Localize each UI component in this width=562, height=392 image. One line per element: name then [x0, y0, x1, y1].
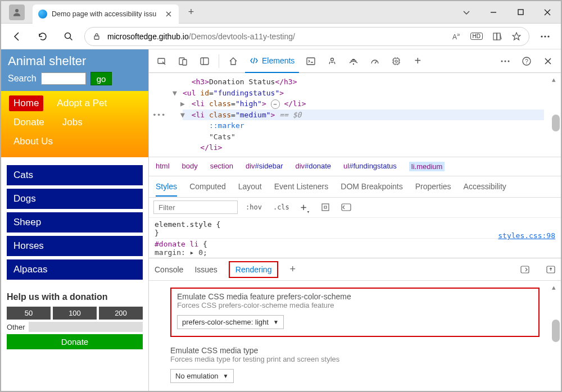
nav-about[interactable]: About Us [9, 134, 57, 149]
page-title: Animal shelter [8, 54, 142, 69]
chevron-down-icon[interactable] [453, 1, 480, 24]
crumb[interactable]: section [210, 162, 233, 171]
close-tab-button[interactable] [164, 10, 173, 19]
profile-button[interactable] [9, 4, 25, 20]
person-icon [12, 7, 22, 17]
crumb[interactable]: body [182, 162, 198, 171]
read-aloud-icon[interactable]: A» [452, 31, 460, 41]
code-icon [250, 56, 259, 65]
animal-list: Cats Dogs Sheep Horses Alpacas [1, 157, 148, 288]
dock-icon[interactable] [520, 266, 529, 274]
list-item[interactable]: Dogs [7, 189, 143, 209]
list-item[interactable]: Alpacas [7, 259, 143, 280]
crumb[interactable]: div#donate [295, 162, 331, 171]
memory-icon[interactable] [387, 52, 406, 71]
elements-tab[interactable]: Elements [245, 49, 299, 73]
expand-drawer-icon[interactable] [546, 266, 555, 274]
nav-home[interactable]: Home [9, 95, 43, 111]
close-devtools-button[interactable] [538, 52, 558, 71]
panel-icon[interactable] [195, 52, 214, 71]
main-nav: Home Adopt a Pet Donate Jobs About Us [1, 91, 148, 157]
tab-issues[interactable]: Issues [194, 265, 217, 274]
hov-button[interactable]: :hov [242, 202, 265, 212]
tab-properties[interactable]: Properties [415, 182, 451, 191]
cls-button[interactable]: .cls [270, 202, 293, 212]
hd-icon[interactable]: HD [470, 33, 483, 40]
tab-accessibility[interactable]: Accessibility [464, 182, 506, 191]
crumb[interactable]: ul#fundingstatus [343, 162, 397, 171]
inspect-icon[interactable] [152, 52, 171, 71]
drawer-more-tabs[interactable]: + [289, 263, 296, 275]
go-button[interactable]: go [90, 72, 112, 85]
tab-title: Demo page with accessibility issu [52, 10, 160, 18]
network-icon[interactable] [344, 52, 363, 71]
amount-option[interactable]: 50 [7, 307, 51, 320]
close-window-button[interactable] [534, 1, 561, 24]
welcome-icon[interactable] [224, 52, 243, 71]
maximize-button[interactable] [507, 1, 534, 24]
address-bar[interactable]: microsoftedge.github.io/Demos/devtools-a… [84, 27, 529, 46]
svg-point-19 [505, 60, 506, 62]
back-button[interactable] [7, 26, 27, 47]
search-button[interactable] [58, 26, 79, 47]
other-amount-input[interactable] [29, 322, 143, 332]
crumb[interactable]: html [156, 162, 170, 171]
crumb-active[interactable]: li.medium [409, 162, 445, 171]
help-icon[interactable]: ? [517, 52, 536, 71]
favorite-icon[interactable] [512, 32, 521, 41]
dom-scrollbar[interactable]: ▴ [552, 75, 560, 154]
styles-body[interactable]: element.style { } #donate li { margin: ▸… [149, 218, 561, 258]
svg-rect-23 [322, 204, 329, 211]
titlebar: Demo page with accessibility issu + [1, 1, 561, 24]
nav-jobs[interactable]: Jobs [58, 115, 87, 130]
styles-filter-input[interactable] [153, 200, 238, 214]
rendering-panel: Emulate CSS media feature prefers-color-… [149, 281, 561, 391]
sources-icon[interactable] [323, 52, 342, 71]
source-link[interactable]: styles.css:98 [498, 231, 555, 240]
dom-tree[interactable]: <h3>Donation Status</h3> ▼<ul id="fundin… [149, 73, 561, 157]
reading-list-icon[interactable] [493, 32, 502, 41]
computed-toggle-icon[interactable] [338, 202, 355, 212]
more-button[interactable] [535, 26, 555, 47]
lock-icon [93, 33, 101, 40]
console-icon[interactable] [301, 52, 320, 71]
drawer: Console Issues Rendering + Emulate CSS m… [149, 258, 561, 391]
svg-rect-16 [393, 58, 399, 64]
list-item[interactable]: Cats [7, 165, 143, 185]
search-input[interactable] [41, 72, 86, 85]
list-item[interactable]: Sheep [7, 212, 143, 233]
more-tabs-button[interactable]: + [408, 52, 427, 71]
crumb[interactable]: div#sidebar [246, 162, 283, 171]
minimize-button[interactable] [480, 1, 507, 24]
flexbox-icon[interactable] [318, 202, 333, 213]
browser-tab[interactable]: Demo page with accessibility issu [33, 4, 179, 24]
svg-rect-3 [94, 36, 99, 39]
new-tab-button[interactable]: + [182, 3, 200, 21]
svg-rect-25 [521, 266, 529, 273]
performance-icon[interactable] [365, 52, 384, 71]
device-toggle-icon[interactable] [174, 52, 193, 71]
svg-point-14 [331, 58, 334, 61]
svg-rect-13 [307, 58, 315, 65]
donate-button[interactable]: Donate [7, 334, 143, 349]
browser-toolbar: microsoftedge.github.io/Demos/devtools-a… [1, 24, 561, 49]
tab-dom-breakpoints[interactable]: DOM Breakpoints [341, 182, 402, 191]
new-style-button[interactable]: +▾ [297, 200, 313, 216]
prefers-color-scheme-section: Emulate CSS media feature prefers-color-… [170, 288, 540, 337]
tab-event-listeners[interactable]: Event Listeners [274, 182, 329, 191]
prefers-color-scheme-select[interactable]: prefers-color-scheme: light▼ [177, 315, 284, 329]
tab-styles[interactable]: Styles [156, 182, 177, 197]
list-item[interactable]: Horses [7, 236, 143, 256]
devtools-more-icon[interactable] [496, 52, 515, 71]
nav-donate[interactable]: Donate [9, 115, 49, 130]
refresh-button[interactable] [33, 26, 53, 47]
amount-option[interactable]: 200 [99, 307, 143, 320]
tab-computed[interactable]: Computed [189, 182, 226, 191]
media-type-select[interactable]: No emulation▼ [170, 369, 234, 383]
drawer-scrollbar[interactable]: ▴ [552, 283, 560, 342]
tab-console[interactable]: Console [155, 265, 183, 274]
amount-option[interactable]: 100 [53, 307, 97, 320]
nav-adopt[interactable]: Adopt a Pet [52, 95, 111, 111]
tab-rendering[interactable]: Rendering [229, 261, 279, 278]
tab-layout[interactable]: Layout [238, 182, 262, 191]
